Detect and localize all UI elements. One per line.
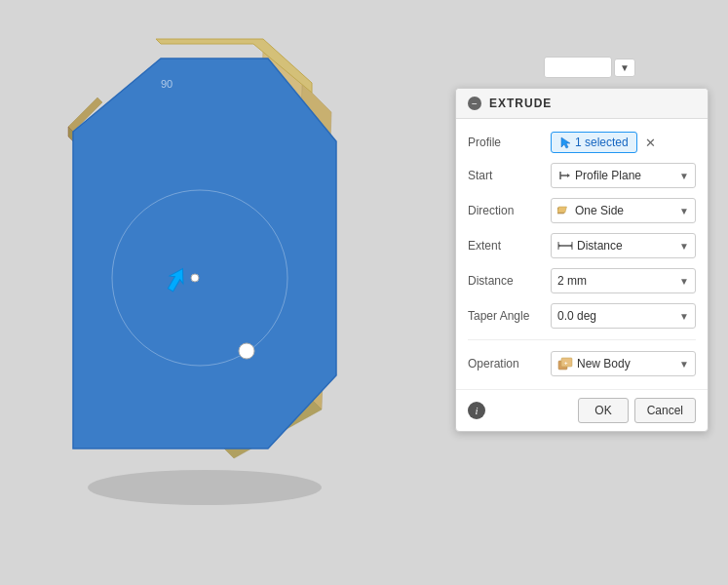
start-label: Start [468,169,551,182]
top-distance-container: 2 mm ▼ [544,57,635,78]
operation-arrow: ▼ [679,359,689,370]
taper-angle-control: 0.0 deg ▼ [551,303,696,329]
operation-dropdown[interactable]: + New Body ▼ [551,351,696,376]
new-body-icon: + [557,357,573,370]
profile-selected-text: 1 selected [575,136,629,149]
taper-angle-value: 0.0 deg [557,309,596,323]
profile-label: Profile [468,136,551,149]
extrude-panel: − EXTRUDE Profile 1 selected ✕ [455,88,709,432]
svg-rect-18 [557,207,566,213]
info-button[interactable]: i [468,402,485,419]
taper-angle-row: Taper Angle 0.0 deg ▼ [456,298,708,333]
extent-value: Distance [577,239,623,253]
direction-row: Direction One Side ▼ [456,193,708,228]
extent-icon [557,240,573,252]
direction-arrow: ▼ [679,206,689,216]
taper-angle-arrow: ▼ [679,311,689,322]
direction-value: One Side [575,204,624,217]
extent-arrow: ▼ [679,241,689,252]
distance-row: Distance 2 mm ▼ [456,263,708,298]
ok-button[interactable]: OK [578,398,628,423]
operation-row: Operation + New Body ▼ [456,346,708,381]
profile-clear-button[interactable]: ✕ [643,136,658,150]
distance-value: 2 mm [557,274,587,288]
panel-title: EXTRUDE [489,97,552,110]
start-control: Profile Plane ▼ [551,163,696,188]
panel-header: − EXTRUDE [456,89,708,119]
taper-angle-dropdown[interactable]: 0.0 deg ▼ [551,303,696,329]
taper-angle-label: Taper Angle [468,309,551,323]
svg-text:90: 90 [161,78,172,90]
direction-control: One Side ▼ [551,198,696,223]
direction-icon [557,205,571,216]
cursor-icon [559,136,571,149]
start-arrow: ▼ [679,171,689,181]
distance-label: Distance [468,274,551,288]
operation-value: New Body [577,357,631,370]
footer-buttons: OK Cancel [578,398,696,423]
separator [468,339,696,340]
panel-collapse-icon[interactable]: − [468,97,481,110]
extent-row: Extent Distance [456,228,708,263]
extent-control: Distance ▼ [551,233,696,258]
profile-control: 1 selected ✕ [551,132,696,153]
svg-marker-16 [567,174,570,177]
start-value: Profile Plane [575,169,641,182]
panel-body: Profile 1 selected ✕ Start [456,119,708,389]
main-container: 90 2 mm ▼ − EXTRUDE Profile [0,0,728,585]
distance-control: 2 mm ▼ [551,268,696,293]
svg-point-0 [88,470,322,505]
operation-label: Operation [468,357,551,370]
svg-marker-13 [561,137,570,148]
operation-control: + New Body ▼ [551,351,696,376]
distance-dropdown[interactable]: 2 mm ▼ [551,268,696,293]
start-dropdown[interactable]: Profile Plane ▼ [551,163,696,188]
extent-dropdown[interactable]: Distance ▼ [551,233,696,258]
cancel-button[interactable]: Cancel [634,398,696,423]
start-row: Start Profile Plane ▼ [456,158,708,193]
direction-label: Direction [468,204,551,217]
top-distance-dropdown[interactable]: ▼ [614,58,635,77]
3d-shape: 90 [10,29,419,517]
svg-text:+: + [564,360,568,366]
svg-point-9 [239,343,254,359]
panel-footer: i OK Cancel [456,389,708,431]
svg-point-11 [191,274,199,282]
extent-label: Extent [468,239,551,253]
direction-dropdown[interactable]: One Side ▼ [551,198,696,223]
profile-row: Profile 1 selected ✕ [456,127,708,158]
svg-marker-7 [73,58,336,448]
profile-selected-button[interactable]: 1 selected [551,132,637,153]
distance-arrow: ▼ [679,276,689,287]
start-plane-icon [557,170,571,181]
top-distance-input[interactable]: 2 mm [544,57,612,78]
